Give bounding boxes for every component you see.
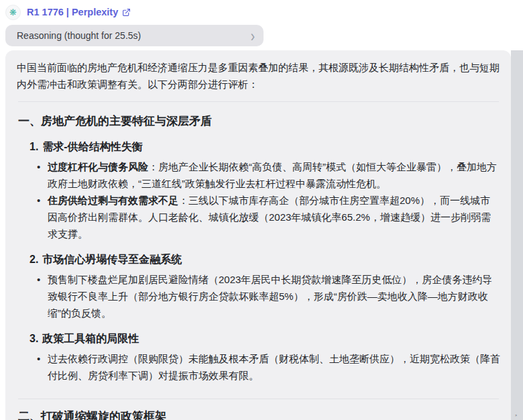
- item-title-text: 需求-供给结构性失衡: [42, 140, 142, 154]
- model-name-link[interactable]: R1 1776 | Perplexity: [27, 7, 131, 17]
- list-item-text: 过度杠杆化与债务风险：房地产企业长期依赖“高负债、高周转”模式（如恒大等企业暴雷…: [48, 158, 500, 192]
- model-header: ❋ R1 1776 | Perplexity: [5, 3, 131, 21]
- numbered-item: 1. 需求-供给结构性失衡 • 过度杠杆化与债务风险：房地产企业长期依赖“高负债…: [17, 140, 500, 242]
- list-item-text: 预售制下楼盘烂尾加剧居民避险情绪（2023年居民中长期贷款增速降至历史低位），房…: [48, 271, 500, 321]
- list-item-bold: 过度杠杆化与债务风险: [48, 161, 148, 172]
- section-1-heading: 一、房地产危机的主要特征与深层矛盾: [18, 113, 500, 129]
- numbered-item: 3. 政策工具箱的局限性 • 过去依赖行政调控（限购限贷）未能触及根本矛盾（财税…: [17, 331, 500, 384]
- list-item: • 过度杠杆化与债务风险：房地产企业长期依赖“高负债、高周转”模式（如恒大等企业…: [37, 158, 500, 192]
- item-title-text: 政策工具箱的局限性: [42, 331, 139, 346]
- list-item-bold: 住房供给过剩与有效需求不足: [48, 195, 178, 206]
- item-title-text: 市场信心坍塌传导至金融系统: [42, 252, 182, 267]
- external-link-icon[interactable]: [122, 8, 131, 17]
- list-item-body: 过去依赖行政调控（限购限贷）未能触及根本矛盾（财税体制、土地垄断供应），近期宽松…: [48, 353, 500, 381]
- numbered-item-title: 2. 市场信心坍塌传导至金融系统: [30, 252, 500, 267]
- list-item-text: 过去依赖行政调控（限购限贷）未能触及根本矛盾（财税体制、土地垄断供应），近期宽松…: [48, 350, 500, 384]
- scrollbar-track[interactable]: ⸗: [511, 50, 523, 420]
- bullet-icon: •: [37, 271, 48, 321]
- assistant-message: 中国当前面临的房地产危机和经济通缩压力是多重因素叠加的结果，其根源既涉及长期结构…: [5, 50, 511, 420]
- model-avatar: ❋: [5, 5, 21, 20]
- reasoning-label: Reasoning (thought for 25.5s): [17, 30, 141, 41]
- bullet-icon: •: [37, 192, 48, 242]
- chevron-right-icon: ›: [251, 28, 255, 44]
- list-item-text: 住房供给过剩与有效需求不足：三线以下城市库存高企（部分城市住房空置率超20%），…: [48, 192, 500, 242]
- bullet-icon: •: [37, 350, 48, 384]
- divider: [18, 101, 499, 102]
- list-item: • 预售制下楼盘烂尾加剧居民避险情绪（2023年居民中长期贷款增速降至历史低位）…: [37, 271, 500, 321]
- numbered-item-title: 3. 政策工具箱的局限性: [30, 331, 500, 346]
- model-name-label: R1 1776 | Perplexity: [27, 7, 118, 17]
- list-item-body: 预售制下楼盘烂尾加剧居民避险情绪（2023年居民中长期贷款增速降至历史低位），房…: [48, 274, 492, 319]
- bullet-list: • 过度杠杆化与债务风险：房地产企业长期依赖“高负债、高周转”模式（如恒大等企业…: [37, 158, 500, 242]
- list-item: • 住房供给过剩与有效需求不足：三线以下城市库存高企（部分城市住房空置率超20%…: [37, 192, 500, 242]
- item-number: 1.: [30, 140, 38, 154]
- numbered-item-title: 1. 需求-供给结构性失衡: [30, 140, 500, 154]
- intro-paragraph: 中国当前面临的房地产危机和经济通缩压力是多重因素叠加的结果，其根源既涉及长期结构…: [17, 59, 500, 93]
- section-2-heading: 二、打破通缩螺旋的政策框架: [18, 409, 500, 420]
- bullet-icon: •: [37, 158, 48, 192]
- resize-grip-icon: ⸗: [515, 412, 518, 418]
- model-avatar-icon: ❋: [9, 8, 17, 17]
- bullet-list: • 过去依赖行政调控（限购限贷）未能触及根本矛盾（财税体制、土地垄断供应），近期…: [37, 350, 500, 384]
- bullet-list: • 预售制下楼盘烂尾加剧居民避险情绪（2023年居民中长期贷款增速降至历史低位）…: [37, 271, 500, 321]
- numbered-item: 2. 市场信心坍塌传导至金融系统 • 预售制下楼盘烂尾加剧居民避险情绪（2023…: [17, 252, 500, 321]
- list-item: • 过去依赖行政调控（限购限贷）未能触及根本矛盾（财税体制、土地垄断供应），近期…: [37, 350, 500, 384]
- item-number: 2.: [30, 252, 38, 267]
- item-number: 3.: [30, 331, 38, 346]
- reasoning-toggle[interactable]: Reasoning (thought for 25.5s) ›: [5, 25, 264, 46]
- divider: [18, 399, 499, 399]
